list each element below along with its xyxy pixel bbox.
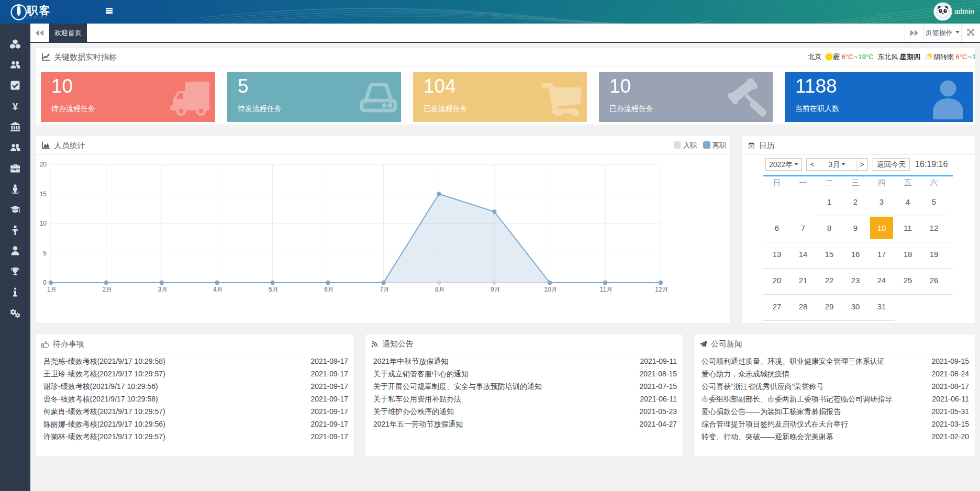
svg-text:3月: 3月	[158, 286, 168, 293]
svg-text:6月: 6月	[324, 286, 334, 293]
svg-text:9月: 9月	[491, 286, 500, 293]
svg-text:8月: 8月	[435, 286, 445, 293]
svg-text:10: 10	[40, 220, 47, 227]
svg-text:1月: 1月	[47, 286, 57, 293]
svg-text:4月: 4月	[213, 286, 223, 293]
svg-text:2月: 2月	[103, 286, 113, 293]
svg-text:10月: 10月	[544, 286, 558, 293]
svg-text:12月: 12月	[655, 286, 668, 293]
svg-text:7月: 7月	[380, 286, 389, 293]
svg-text:5: 5	[43, 250, 47, 257]
svg-text:0: 0	[43, 279, 47, 286]
svg-text:11月: 11月	[600, 286, 612, 293]
svg-text:20: 20	[40, 161, 47, 168]
svg-text:15: 15	[40, 191, 47, 198]
svg-text:5月: 5月	[269, 286, 279, 293]
svg-text:¥: ¥	[13, 101, 18, 111]
